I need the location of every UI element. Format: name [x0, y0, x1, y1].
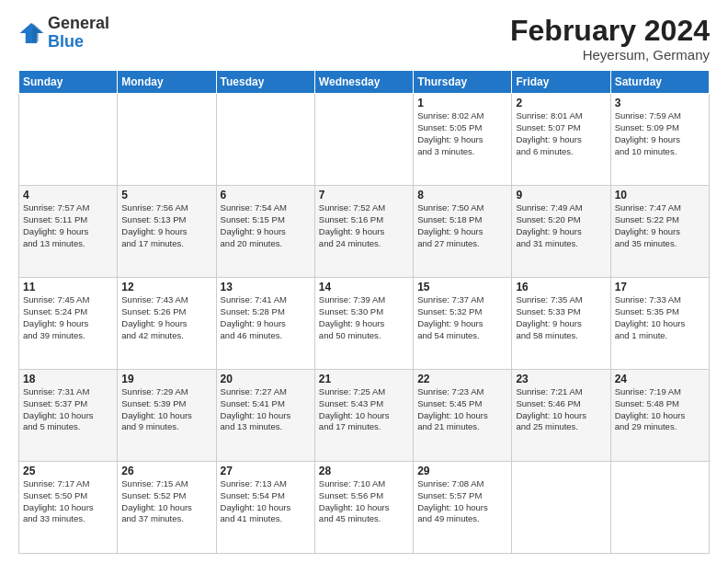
day-number: 12: [121, 281, 211, 293]
calendar-cell: 13Sunrise: 7:41 AM Sunset: 5:28 PM Dayli…: [216, 278, 314, 370]
day-number: 5: [121, 189, 211, 201]
day-number: 4: [23, 189, 113, 201]
calendar-cell: 27Sunrise: 7:13 AM Sunset: 5:54 PM Dayli…: [216, 462, 314, 554]
calendar-cell: [118, 94, 216, 186]
calendar-cell: 4Sunrise: 7:57 AM Sunset: 5:11 PM Daylig…: [19, 186, 118, 278]
calendar-cell: 7Sunrise: 7:52 AM Sunset: 5:16 PM Daylig…: [314, 186, 413, 278]
day-info: Sunrise: 7:13 AM Sunset: 5:54 PM Dayligh…: [221, 478, 311, 525]
calendar-cell: [216, 94, 314, 186]
calendar-cell: 5Sunrise: 7:56 AM Sunset: 5:13 PM Daylig…: [118, 186, 216, 278]
day-number: 19: [121, 373, 211, 385]
weekday-header-saturday: Saturday: [610, 71, 709, 94]
day-number: 18: [23, 373, 113, 385]
calendar-cell: 29Sunrise: 7:08 AM Sunset: 5:57 PM Dayli…: [414, 462, 512, 554]
calendar-cell: [512, 462, 610, 554]
calendar-week-row: 4Sunrise: 7:57 AM Sunset: 5:11 PM Daylig…: [19, 186, 710, 278]
day-info: Sunrise: 7:27 AM Sunset: 5:41 PM Dayligh…: [221, 386, 311, 433]
day-info: Sunrise: 7:52 AM Sunset: 5:16 PM Dayligh…: [319, 202, 409, 249]
day-number: 6: [221, 189, 311, 201]
calendar-cell: [314, 94, 413, 186]
calendar-week-row: 18Sunrise: 7:31 AM Sunset: 5:37 PM Dayli…: [19, 370, 710, 462]
calendar-title: February 2024: [510, 15, 710, 47]
weekday-header-sunday: Sunday: [19, 71, 118, 94]
weekday-header-friday: Friday: [512, 71, 610, 94]
calendar-cell: [610, 462, 709, 554]
day-number: 29: [417, 465, 507, 477]
day-info: Sunrise: 7:56 AM Sunset: 5:13 PM Dayligh…: [121, 202, 211, 249]
calendar-cell: 15Sunrise: 7:37 AM Sunset: 5:32 PM Dayli…: [414, 278, 512, 370]
calendar-cell: 11Sunrise: 7:45 AM Sunset: 5:24 PM Dayli…: [19, 278, 118, 370]
day-info: Sunrise: 7:35 AM Sunset: 5:33 PM Dayligh…: [516, 294, 606, 341]
day-number: 1: [417, 97, 507, 109]
day-number: 10: [615, 189, 705, 201]
header: General Blue February 2024 Heyersum, Ger…: [18, 15, 710, 63]
day-info: Sunrise: 7:49 AM Sunset: 5:20 PM Dayligh…: [516, 202, 606, 249]
calendar-cell: 24Sunrise: 7:19 AM Sunset: 5:48 PM Dayli…: [610, 370, 709, 462]
logo-blue-text: Blue: [48, 32, 84, 51]
day-info: Sunrise: 7:47 AM Sunset: 5:22 PM Dayligh…: [615, 202, 705, 249]
day-number: 17: [615, 281, 705, 293]
day-info: Sunrise: 7:57 AM Sunset: 5:11 PM Dayligh…: [23, 202, 113, 249]
day-info: Sunrise: 7:25 AM Sunset: 5:43 PM Dayligh…: [319, 386, 409, 433]
day-number: 23: [516, 373, 606, 385]
calendar-cell: 17Sunrise: 7:33 AM Sunset: 5:35 PM Dayli…: [610, 278, 709, 370]
calendar-cell: 9Sunrise: 7:49 AM Sunset: 5:20 PM Daylig…: [512, 186, 610, 278]
day-info: Sunrise: 8:02 AM Sunset: 5:05 PM Dayligh…: [417, 110, 507, 157]
calendar-cell: [19, 94, 118, 186]
day-number: 15: [417, 281, 507, 293]
day-number: 21: [319, 373, 409, 385]
day-info: Sunrise: 7:17 AM Sunset: 5:50 PM Dayligh…: [23, 478, 113, 525]
day-info: Sunrise: 7:33 AM Sunset: 5:35 PM Dayligh…: [615, 294, 705, 341]
day-info: Sunrise: 7:31 AM Sunset: 5:37 PM Dayligh…: [23, 386, 113, 433]
calendar-week-row: 1Sunrise: 8:02 AM Sunset: 5:05 PM Daylig…: [19, 94, 710, 186]
day-info: Sunrise: 7:59 AM Sunset: 5:09 PM Dayligh…: [615, 110, 705, 157]
day-number: 8: [417, 189, 507, 201]
day-number: 11: [23, 281, 113, 293]
calendar-cell: 10Sunrise: 7:47 AM Sunset: 5:22 PM Dayli…: [610, 186, 709, 278]
calendar-cell: 14Sunrise: 7:39 AM Sunset: 5:30 PM Dayli…: [314, 278, 413, 370]
day-info: Sunrise: 7:15 AM Sunset: 5:52 PM Dayligh…: [121, 478, 211, 525]
calendar-week-row: 11Sunrise: 7:45 AM Sunset: 5:24 PM Dayli…: [19, 278, 710, 370]
day-info: Sunrise: 7:39 AM Sunset: 5:30 PM Dayligh…: [319, 294, 409, 341]
day-info: Sunrise: 7:10 AM Sunset: 5:56 PM Dayligh…: [319, 478, 409, 525]
calendar-cell: 23Sunrise: 7:21 AM Sunset: 5:46 PM Dayli…: [512, 370, 610, 462]
day-number: 3: [615, 97, 705, 109]
calendar-cell: 6Sunrise: 7:54 AM Sunset: 5:15 PM Daylig…: [216, 186, 314, 278]
calendar-cell: 21Sunrise: 7:25 AM Sunset: 5:43 PM Dayli…: [314, 370, 413, 462]
calendar-cell: 12Sunrise: 7:43 AM Sunset: 5:26 PM Dayli…: [118, 278, 216, 370]
calendar-cell: 25Sunrise: 7:17 AM Sunset: 5:50 PM Dayli…: [19, 462, 118, 554]
title-block: February 2024 Heyersum, Germany: [510, 15, 710, 63]
day-info: Sunrise: 7:29 AM Sunset: 5:39 PM Dayligh…: [121, 386, 211, 433]
calendar-subtitle: Heyersum, Germany: [510, 47, 710, 63]
weekday-header-row: SundayMondayTuesdayWednesdayThursdayFrid…: [19, 71, 710, 94]
day-number: 9: [516, 189, 606, 201]
calendar-cell: 22Sunrise: 7:23 AM Sunset: 5:45 PM Dayli…: [414, 370, 512, 462]
logo-general-text: General: [48, 14, 109, 32]
day-info: Sunrise: 7:54 AM Sunset: 5:15 PM Dayligh…: [221, 202, 311, 249]
day-number: 16: [516, 281, 606, 293]
weekday-header-thursday: Thursday: [414, 71, 512, 94]
day-number: 13: [221, 281, 311, 293]
day-number: 25: [23, 465, 113, 477]
day-info: Sunrise: 7:45 AM Sunset: 5:24 PM Dayligh…: [23, 294, 113, 341]
day-number: 7: [319, 189, 409, 201]
calendar-cell: 1Sunrise: 8:02 AM Sunset: 5:05 PM Daylig…: [414, 94, 512, 186]
day-info: Sunrise: 7:37 AM Sunset: 5:32 PM Dayligh…: [417, 294, 507, 341]
day-info: Sunrise: 7:50 AM Sunset: 5:18 PM Dayligh…: [417, 202, 507, 249]
calendar-cell: 20Sunrise: 7:27 AM Sunset: 5:41 PM Dayli…: [216, 370, 314, 462]
day-number: 24: [615, 373, 705, 385]
svg-marker-1: [33, 23, 44, 41]
day-info: Sunrise: 7:23 AM Sunset: 5:45 PM Dayligh…: [417, 386, 507, 433]
weekday-header-monday: Monday: [118, 71, 216, 94]
weekday-header-tuesday: Tuesday: [216, 71, 314, 94]
calendar-table: SundayMondayTuesdayWednesdayThursdayFrid…: [18, 70, 710, 554]
day-number: 2: [516, 97, 606, 109]
day-number: 28: [319, 465, 409, 477]
calendar-cell: 18Sunrise: 7:31 AM Sunset: 5:37 PM Dayli…: [19, 370, 118, 462]
day-number: 27: [221, 465, 311, 477]
logo-icon: [18, 20, 44, 46]
calendar-cell: 26Sunrise: 7:15 AM Sunset: 5:52 PM Dayli…: [118, 462, 216, 554]
day-info: Sunrise: 7:41 AM Sunset: 5:28 PM Dayligh…: [221, 294, 311, 341]
day-info: Sunrise: 8:01 AM Sunset: 5:07 PM Dayligh…: [516, 110, 606, 157]
day-number: 26: [121, 465, 211, 477]
